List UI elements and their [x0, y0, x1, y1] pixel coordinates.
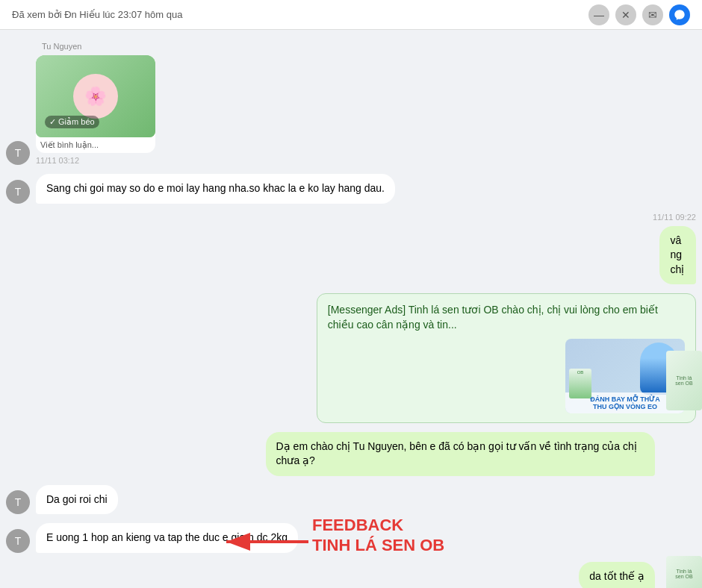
ads-bubble-text: [Messenger Ads] Tinh lá sen tươi OB chào…	[328, 303, 685, 332]
message-row: Dạ em chào chị Tu Nguyen, bên e đã có bạ…	[6, 432, 696, 476]
checkmark-label: ✓ Giảm béo	[45, 116, 99, 128]
mail-icon[interactable]: ✉	[642, 4, 663, 25]
chat-bubble: Dạ em chào chị Tu Nguyen, bên e đã có bạ…	[266, 432, 655, 476]
chat-bubble: vâng chị	[659, 226, 696, 285]
product-label-2: Tinh lásen OB	[674, 567, 694, 581]
message-row: da tốt thế ạ Tinh lásen OB	[6, 562, 696, 588]
feedback-label: FEEDBACKTINH LÁ SEN OB	[312, 516, 444, 555]
chat-bubble: E uong 1 hop an kieng va tap the duc e g…	[36, 523, 298, 553]
image-bubble: 🌸 ✓ Giảm béo Viết bình luận...	[36, 55, 155, 153]
status-text: Đã xem bởi Đn Hiếu lúc 23:07 hôm qua	[12, 9, 182, 20]
avatar: T	[6, 490, 30, 514]
message-row: T Da goi roi chi	[6, 485, 696, 515]
image-placeholder: 🌸 ✓ Giảm béo	[36, 55, 155, 137]
messenger-icon[interactable]	[669, 4, 690, 25]
msg-group: Tu Nguyen 🌸 ✓ Giảm béo Viết bình luận...…	[36, 42, 155, 165]
product-panel: Tinh lásen OB	[666, 351, 702, 410]
top-bar: Đã xem bởi Đn Hiếu lúc 23:07 hôm qua — ✕…	[0, 0, 702, 30]
product-label: Tinh lásen OB	[674, 374, 694, 387]
top-bar-icons: — ✕ ✉	[588, 4, 690, 25]
message-row: T E uong 1 hop an kieng va tap the duc e…	[6, 523, 696, 553]
message-row: T Tu Nguyen 🌸 ✓ Giảm béo Viết bình luận.…	[6, 42, 696, 165]
msg-group: 11/11 09:22 vâng chị	[636, 213, 696, 285]
avatar: T	[6, 180, 30, 204]
chat-bubble: Da goi roi chi	[36, 485, 118, 515]
avatar: T	[6, 141, 30, 165]
ads-bubble: [Messenger Ads] Tinh lá sen tươi OB chào…	[317, 293, 696, 422]
message-row: 11/11 09:22 vâng chị	[6, 213, 696, 285]
chat-area: T Tu Nguyen 🌸 ✓ Giảm béo Viết bình luận.…	[0, 30, 702, 588]
message-row: [Messenger Ads] Tinh lá sen tươi OB chào…	[6, 293, 696, 422]
chat-bubble: da tốt thế ạ	[579, 562, 655, 588]
close-icon[interactable]: ✕	[615, 4, 636, 25]
sender-name: Tu Nguyen	[36, 42, 155, 51]
minimize-icon[interactable]: —	[588, 4, 609, 25]
image-caption[interactable]: Viết bình luận...	[36, 137, 155, 153]
chat-bubble: Sang chi goi may so do e moi lay hang nh…	[36, 174, 395, 204]
message-row: T Sang chi goi may so do e moi lay hang …	[6, 174, 696, 204]
avatar: T	[6, 529, 30, 553]
product-panel-2: Tinh lásen OB	[666, 556, 702, 588]
